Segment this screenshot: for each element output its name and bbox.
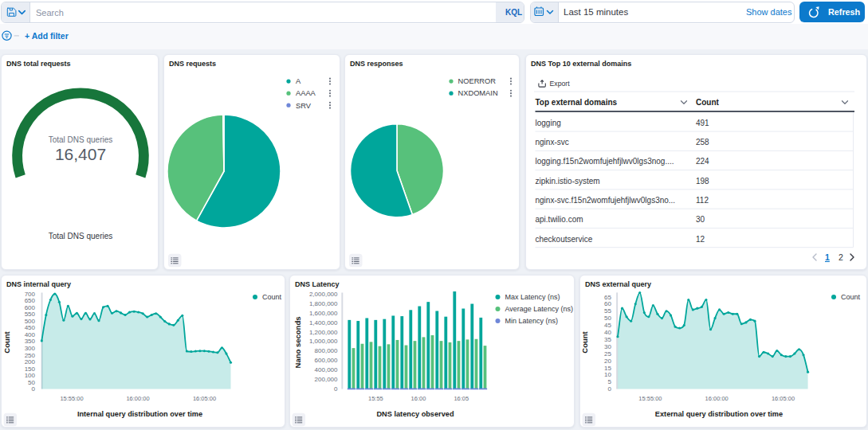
svg-text:Max Latency (ns): Max Latency (ns) <box>505 293 560 301</box>
svg-text:198: 198 <box>696 177 709 186</box>
svg-text:800,000: 800,000 <box>315 347 338 354</box>
svg-text:50: 50 <box>604 315 611 322</box>
svg-text:Total DNS queries: Total DNS queries <box>49 232 113 240</box>
svg-text:api.twilio.com: api.twilio.com <box>536 215 583 224</box>
svg-text:0: 0 <box>608 385 612 393</box>
svg-text:1: 1 <box>825 252 830 262</box>
svg-text:491: 491 <box>696 119 709 127</box>
svg-text:650: 650 <box>25 297 36 304</box>
svg-text:0: 0 <box>32 385 36 393</box>
svg-text:Count: Count <box>262 293 282 301</box>
svg-text:Top external domains: Top external domains <box>536 98 618 107</box>
svg-text:Nano seconds: Nano seconds <box>293 317 302 369</box>
svg-text:NOERROR: NOERROR <box>458 77 497 85</box>
svg-text:16:05: 16:05 <box>454 395 469 402</box>
svg-text:400: 400 <box>25 331 36 338</box>
svg-text:SRV: SRV <box>296 102 312 110</box>
svg-text:100: 100 <box>25 372 36 379</box>
svg-text:16:05:00: 16:05:00 <box>772 395 795 402</box>
svg-text:200: 200 <box>25 358 36 366</box>
svg-text:15:55:00: 15:55:00 <box>638 395 662 402</box>
svg-text:logging.f15n2womfujehfjlwv0lgs: logging.f15n2womfujehfjlwv0lgs3nog.... <box>536 157 674 166</box>
svg-text:Average Latency (ns): Average Latency (ns) <box>505 305 573 313</box>
svg-text:1,800,000: 1,800,000 <box>309 300 338 307</box>
svg-text:12: 12 <box>696 235 705 244</box>
svg-text:30: 30 <box>604 343 611 350</box>
svg-text:Export: Export <box>550 80 571 88</box>
svg-text:NXDOMAIN: NXDOMAIN <box>458 89 498 97</box>
svg-text:DNS latency observed: DNS latency observed <box>376 410 454 418</box>
svg-text:35: 35 <box>604 336 611 343</box>
svg-text:16:05:00: 16:05:00 <box>193 395 216 402</box>
svg-text:112: 112 <box>696 196 709 205</box>
svg-text:0: 0 <box>334 385 338 393</box>
svg-text:Count: Count <box>2 330 11 353</box>
svg-text:400,000: 400,000 <box>315 366 338 373</box>
svg-text:55: 55 <box>604 307 611 315</box>
svg-text:1,600,000: 1,600,000 <box>309 310 338 317</box>
svg-text:16,407: 16,407 <box>55 145 106 163</box>
svg-text:500: 500 <box>25 318 36 325</box>
svg-text:550: 550 <box>25 311 36 318</box>
svg-text:224: 224 <box>696 157 709 166</box>
svg-text:nginx-svc: nginx-svc <box>536 138 569 147</box>
svg-text:5: 5 <box>608 378 612 385</box>
svg-text:2: 2 <box>839 252 843 262</box>
svg-text:Count: Count <box>841 293 861 301</box>
svg-text:150: 150 <box>25 366 36 373</box>
svg-text:10: 10 <box>604 371 611 378</box>
svg-text:checkoutservice: checkoutservice <box>536 235 593 244</box>
svg-text:2,000,000: 2,000,000 <box>309 291 338 298</box>
svg-text:350: 350 <box>25 338 36 345</box>
svg-text:logging: logging <box>536 119 561 127</box>
svg-text:1,000,000: 1,000,000 <box>309 338 338 345</box>
svg-text:15:55:00: 15:55:00 <box>60 395 83 402</box>
svg-text:Count: Count <box>580 330 589 353</box>
svg-text:40: 40 <box>604 329 611 336</box>
svg-text:16:00: 16:00 <box>411 395 426 402</box>
svg-text:zipkin.istio-system: zipkin.istio-system <box>536 177 600 186</box>
svg-text:450: 450 <box>25 324 36 331</box>
svg-text:65: 65 <box>604 294 611 301</box>
svg-text:250: 250 <box>25 352 36 359</box>
svg-text:nginx-svc.f15n2womfujehfjlwv0l: nginx-svc.f15n2womfujehfjlwv0lgs3no... <box>536 196 676 205</box>
svg-text:600,000: 600,000 <box>315 357 338 364</box>
svg-text:Count: Count <box>696 98 720 107</box>
svg-text:45: 45 <box>604 322 611 329</box>
svg-text:AAAA: AAAA <box>296 89 316 97</box>
svg-text:1,200,000: 1,200,000 <box>309 329 338 336</box>
svg-text:Min Latency (ns): Min Latency (ns) <box>505 317 559 325</box>
svg-text:258: 258 <box>696 138 709 147</box>
svg-text:16:00:00: 16:00:00 <box>126 395 149 402</box>
svg-text:1,400,000: 1,400,000 <box>309 319 338 326</box>
svg-text:Internal query distribution ov: Internal query distribution over time <box>77 410 202 418</box>
svg-text:A: A <box>296 77 301 85</box>
svg-text:20: 20 <box>604 358 611 365</box>
svg-text:16:00:00: 16:00:00 <box>705 395 729 402</box>
svg-text:50: 50 <box>28 379 35 386</box>
svg-text:25: 25 <box>604 350 611 358</box>
svg-text:200,000: 200,000 <box>315 376 338 383</box>
svg-text:700: 700 <box>25 291 36 298</box>
svg-text:Total DNS queries: Total DNS queries <box>49 135 113 144</box>
svg-text:External query distribution ov: External query distribution over time <box>655 410 783 418</box>
svg-text:15: 15 <box>604 365 611 372</box>
svg-text:15:55: 15:55 <box>368 395 383 402</box>
svg-text:60: 60 <box>604 300 611 307</box>
svg-text:300: 300 <box>25 345 36 352</box>
svg-text:30: 30 <box>696 215 705 224</box>
svg-text:600: 600 <box>25 304 36 311</box>
